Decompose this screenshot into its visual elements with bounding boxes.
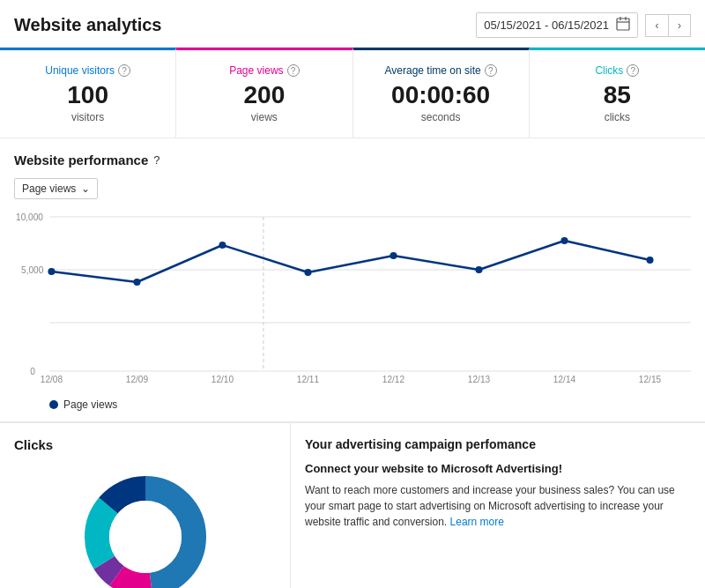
stat-label-visitors: Unique visitors ? [18,64,158,77]
clicks-section: Clicks [0,423,291,588]
page-header: Website analytics 05/15/2021 - 06/15/202… [0,0,705,48]
chart-point-8 [646,257,653,264]
svg-text:12/10: 12/10 [212,375,234,384]
svg-text:12/13: 12/13 [468,375,491,384]
stat-label-pageviews-text: Page views [229,64,283,77]
prev-date-button[interactable]: ‹ [645,14,668,37]
donut-chart-svg [75,466,216,588]
chart-point-5 [390,252,397,259]
svg-text:10,000: 10,000 [16,212,43,222]
stat-unique-visitors: Unique visitors ? 100 visitors [0,48,176,138]
bottom-row: Clicks [0,422,705,588]
stats-row: Unique visitors ? 100 visitors Page view… [0,48,705,138]
avgtime-help-icon[interactable]: ? [485,64,497,77]
chart-svg: 10,000 5,000 0 12/08 12/09 12/10 12/11 1… [14,208,691,384]
stat-label-clicks-text: Clicks [595,64,623,77]
svg-text:0: 0 [30,367,35,376]
chart-point-1 [48,268,55,275]
svg-text:12/14: 12/14 [553,375,576,384]
page-container: Website analytics 05/15/2021 - 06/15/202… [0,0,705,588]
svg-text:5,000: 5,000 [21,265,44,275]
chart-line [51,241,649,282]
chart-point-2 [133,279,140,286]
stat-unit-pageviews: views [194,111,334,123]
svg-text:12/12: 12/12 [382,375,405,384]
stat-value-clicks: 85 [547,82,687,109]
legend-label: Page views [63,398,117,411]
date-nav-arrows: ‹ › [645,14,691,37]
svg-text:12/09: 12/09 [126,375,149,384]
advertising-section: Your advertising campaign perfomance Con… [291,423,705,588]
calendar-icon [616,17,630,33]
stat-label-clicks: Clicks ? [547,64,687,77]
svg-rect-0 [617,19,629,30]
svg-text:12/11: 12/11 [297,375,320,384]
stat-value-visitors: 100 [18,82,158,109]
visitors-help-icon[interactable]: ? [118,64,130,77]
chart-point-7 [560,237,568,244]
svg-text:12/08: 12/08 [41,375,63,384]
chart-point-4 [304,269,311,276]
stat-label-avgtime: Average time on site ? [371,64,511,77]
performance-help-icon[interactable]: ? [153,153,160,167]
stat-label-visitors-text: Unique visitors [45,64,115,77]
stat-value-avgtime: 00:00:60 [371,82,511,109]
stat-unit-visitors: visitors [18,111,158,123]
page-title: Website analytics [14,15,161,35]
performance-chart: 10,000 5,000 0 12/08 12/09 12/10 12/11 1… [14,208,691,384]
chart-point-3 [219,242,226,249]
metric-dropdown[interactable]: Page views ⌄ [14,178,98,199]
pageviews-help-icon[interactable]: ? [287,64,300,77]
metric-dropdown-label: Page views [22,182,76,195]
advertising-heading: Connect your website to Microsoft Advert… [305,462,691,475]
date-range-picker[interactable]: 05/15/2021 - 06/15/2021 [476,12,638,38]
stat-unit-avgtime: seconds [371,111,511,123]
next-date-button[interactable]: › [668,14,691,37]
stat-value-pageviews: 200 [194,82,334,109]
clicks-section-title: Clicks [14,437,53,452]
stat-label-avgtime-text: Average time on site [385,64,481,77]
donut-chart-container [14,466,276,588]
stat-clicks: Clicks ? 85 clicks [530,48,705,138]
legend-color-dot [49,400,58,409]
stat-avg-time: Average time on site ? 00:00:60 seconds [353,48,530,138]
stat-unit-clicks: clicks [547,111,687,123]
clicks-help-icon[interactable]: ? [627,64,639,77]
svg-text:12/15: 12/15 [639,375,662,384]
performance-title-row: Website performance ? [14,153,691,167]
advertising-learn-more-link[interactable]: Learn more [450,516,504,528]
performance-section: Website performance ? Page views ⌄ 10,00… [0,138,705,422]
advertising-title: Your advertising campaign perfomance [305,437,691,451]
stat-page-views: Page views ? 200 views [176,48,352,138]
advertising-body: Want to reach more customers and increas… [305,482,691,530]
chart-legend: Page views [14,391,691,421]
donut-center [109,501,182,573]
date-range-text: 05/15/2021 - 06/15/2021 [484,19,609,32]
chevron-down-icon: ⌄ [81,182,90,195]
chart-point-6 [475,266,482,273]
stat-label-pageviews: Page views ? [194,64,334,77]
performance-title: Website performance [14,153,148,167]
